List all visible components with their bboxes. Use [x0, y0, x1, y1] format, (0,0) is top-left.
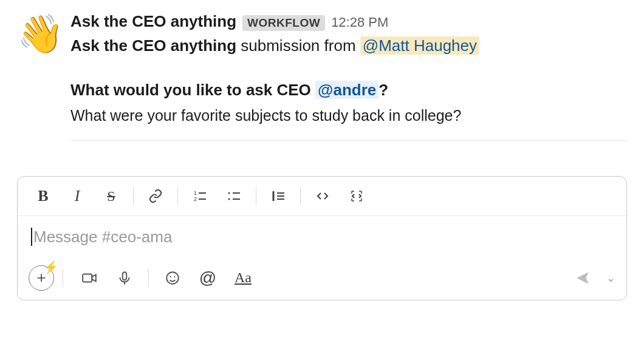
action-toolbar: + ⚡ @ Aa ⌄ — [18, 259, 626, 300]
svg-rect-14 — [123, 272, 127, 280]
workflow-badge: WORKFLOW — [242, 15, 325, 31]
svg-point-5 — [228, 198, 230, 200]
ordered-list-icon: 12 — [193, 189, 207, 203]
message-header: Ask the CEO anything WORKFLOW 12:28 PM — [70, 12, 627, 31]
svg-point-16 — [166, 272, 179, 284]
link-button[interactable] — [139, 183, 173, 209]
video-icon — [81, 270, 97, 286]
attach-button[interactable]: + ⚡ — [29, 265, 54, 291]
italic-button[interactable]: I — [60, 183, 94, 209]
svg-text:1: 1 — [194, 190, 197, 196]
bulleted-list-button[interactable] — [217, 183, 251, 209]
code-block-icon — [349, 189, 364, 203]
formatting-toggle-button[interactable]: Aa — [225, 265, 261, 291]
input-placeholder: Message #ceo-ama — [31, 228, 172, 246]
svg-point-4 — [228, 192, 230, 194]
message-composer: B I S 12 Message #ceo-ama + ⚡ — [17, 176, 627, 300]
toolbar-separator — [63, 269, 63, 287]
svg-point-18 — [174, 276, 175, 277]
question-label: What would you like to ask CEO @andre? — [70, 78, 627, 102]
message-body: Ask the CEO anything WORKFLOW 12:28 PM A… — [70, 12, 627, 141]
strikethrough-button[interactable]: S — [94, 183, 128, 209]
toolbar-separator — [177, 187, 178, 205]
mention-submitter[interactable]: @Matt Haughey — [360, 36, 479, 55]
blockquote-icon — [271, 189, 286, 203]
send-button[interactable] — [565, 265, 600, 291]
sender-name[interactable]: Ask the CEO anything — [70, 12, 236, 31]
mention-button[interactable]: @ — [190, 265, 225, 291]
question-block: What would you like to ask CEO @andre? W… — [70, 78, 627, 141]
bold-button[interactable]: B — [26, 183, 60, 209]
ordered-list-button[interactable]: 12 — [183, 183, 217, 209]
submission-text: submission from — [236, 36, 360, 55]
code-block-button[interactable] — [340, 183, 374, 209]
audio-button[interactable] — [107, 265, 142, 291]
message-input[interactable]: Message #ceo-ama — [18, 216, 626, 259]
code-button[interactable] — [306, 183, 340, 209]
send-options-button[interactable]: ⌄ — [606, 271, 615, 285]
blockquote-button[interactable] — [261, 183, 295, 209]
emoji-button[interactable] — [155, 265, 190, 291]
link-icon — [148, 189, 163, 203]
svg-point-17 — [170, 276, 171, 277]
toolbar-separator — [148, 269, 149, 287]
code-icon — [315, 189, 330, 203]
svg-marker-13 — [92, 275, 96, 282]
bulleted-list-icon — [227, 189, 241, 203]
formatting-toolbar: B I S 12 — [18, 177, 626, 216]
submission-line: Ask the CEO anything submission from @Ma… — [70, 35, 627, 58]
svg-rect-12 — [83, 274, 92, 282]
microphone-icon — [117, 270, 132, 286]
video-button[interactable] — [72, 265, 107, 291]
toolbar-separator — [300, 187, 301, 205]
question-label-prefix: What would you like to ask CEO — [70, 81, 315, 99]
submission-title: Ask the CEO anything — [70, 36, 236, 55]
workflow-avatar: 👋 — [17, 12, 61, 56]
mention-ceo[interactable]: @andre — [315, 81, 379, 99]
shortcuts-bolt-icon: ⚡ — [43, 260, 58, 274]
toolbar-separator — [133, 187, 134, 205]
timestamp[interactable]: 12:28 PM — [331, 15, 388, 30]
emoji-icon — [165, 270, 180, 286]
send-icon — [575, 270, 591, 286]
svg-text:2: 2 — [194, 196, 197, 202]
question-label-suffix: ? — [379, 81, 388, 99]
message-row: 👋 Ask the CEO anything WORKFLOW 12:28 PM… — [17, 12, 627, 141]
question-body: What were your favorite subjects to stud… — [70, 104, 627, 141]
toolbar-separator — [256, 187, 256, 205]
